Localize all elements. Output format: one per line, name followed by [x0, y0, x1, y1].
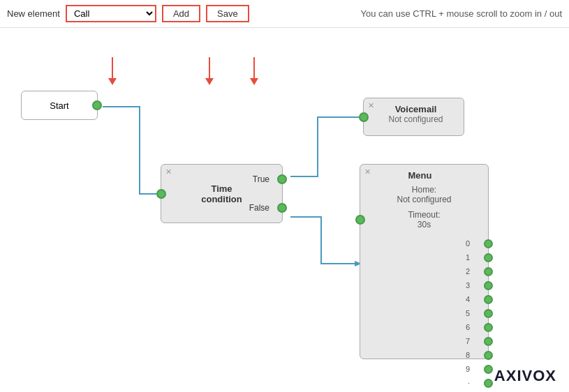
- menu-port-dot[interactable]: [484, 295, 493, 304]
- menu-node[interactable]: ✕ Menu Home: Not configured Timeout: 30s…: [360, 164, 489, 359]
- menu-port-dot[interactable]: [484, 379, 493, 388]
- menu-port-label: 5: [466, 309, 470, 317]
- menu-port-row: 5: [360, 306, 488, 320]
- menu-input-dot[interactable]: [355, 215, 365, 225]
- start-output-dot[interactable]: [92, 100, 102, 110]
- save-button[interactable]: Save: [206, 5, 249, 22]
- true-label: True: [253, 174, 269, 184]
- time-condition-input-dot[interactable]: [156, 189, 166, 199]
- true-output-dot[interactable]: [277, 174, 287, 184]
- menu-port-row: 8: [360, 348, 488, 362]
- menu-port-row: 1: [360, 250, 488, 264]
- menu-port-dot[interactable]: [484, 267, 493, 276]
- menu-port-label: 2: [466, 267, 470, 276]
- start-label: Start: [50, 100, 68, 111]
- menu-port-dot[interactable]: [484, 253, 493, 262]
- menu-close-icon[interactable]: ✕: [364, 167, 371, 176]
- menu-timeout-label: Timeout:: [360, 210, 488, 220]
- menu-port-row: 7: [360, 334, 488, 348]
- menu-port-label: 0: [466, 239, 470, 248]
- false-label: False: [249, 203, 269, 213]
- menu-port-dot[interactable]: [484, 351, 493, 360]
- arrow-save-indicator: [250, 57, 258, 85]
- menu-port-row: 4: [360, 292, 488, 306]
- arrow-add-indicator: [205, 57, 214, 85]
- menu-port-dot[interactable]: [484, 337, 493, 346]
- flow-canvas: Start ✕ True Time condition False ✕ Voic…: [0, 28, 569, 392]
- axivox-logo: AXIVOX: [494, 367, 556, 385]
- voicemail-input-dot[interactable]: [359, 112, 369, 122]
- menu-port-row: 6: [360, 320, 488, 334]
- arrow-select-indicator: [108, 57, 117, 85]
- menu-port-dot[interactable]: [484, 323, 493, 332]
- add-button[interactable]: Add: [162, 5, 200, 22]
- menu-port-label: 3: [466, 281, 470, 289]
- menu-port-label: 8: [466, 351, 470, 359]
- menu-port-label: 6: [466, 323, 470, 331]
- menu-port-label: 7: [466, 337, 470, 345]
- time-condition-title: Time condition: [191, 183, 252, 204]
- time-condition-close-icon[interactable]: ✕: [165, 167, 172, 176]
- voicemail-subtitle: Not configured: [376, 114, 455, 124]
- menu-port-label: ·: [468, 379, 470, 387]
- new-element-label: New element: [7, 8, 60, 19]
- voicemail-node[interactable]: ✕ Voicemail Not configured: [363, 98, 464, 136]
- time-condition-node[interactable]: ✕ True Time condition False: [161, 164, 283, 223]
- voicemail-close-icon[interactable]: ✕: [368, 101, 374, 110]
- menu-home-value: Not configured: [360, 195, 488, 204]
- zoom-hint: You can use CTRL + mouse scroll to zoom …: [361, 8, 562, 19]
- menu-port-row: 9: [360, 362, 488, 376]
- menu-port-row: 0: [360, 236, 488, 250]
- start-node[interactable]: Start: [21, 91, 98, 120]
- menu-port-row: 3: [360, 278, 488, 292]
- menu-port-dot[interactable]: [484, 239, 493, 248]
- toolbar: New element Call Menu Time condition Voi…: [0, 0, 569, 28]
- menu-port-dot[interactable]: [484, 365, 493, 374]
- element-type-select[interactable]: Call Menu Time condition Voicemail: [66, 5, 156, 22]
- menu-port-dot[interactable]: [484, 309, 493, 318]
- menu-port-label: 1: [466, 253, 470, 262]
- menu-port-label: 9: [466, 365, 470, 373]
- voicemail-title: Voicemail: [376, 104, 455, 114]
- menu-port-row: 2: [360, 264, 488, 278]
- menu-home-label: Home:: [360, 185, 488, 195]
- menu-port-label: 4: [466, 295, 470, 303]
- menu-timeout-value: 30s: [360, 220, 488, 229]
- menu-title: Menu: [373, 170, 467, 181]
- false-output-dot[interactable]: [277, 203, 287, 213]
- menu-port-dot[interactable]: [484, 281, 493, 290]
- menu-port-row: ·: [360, 376, 488, 390]
